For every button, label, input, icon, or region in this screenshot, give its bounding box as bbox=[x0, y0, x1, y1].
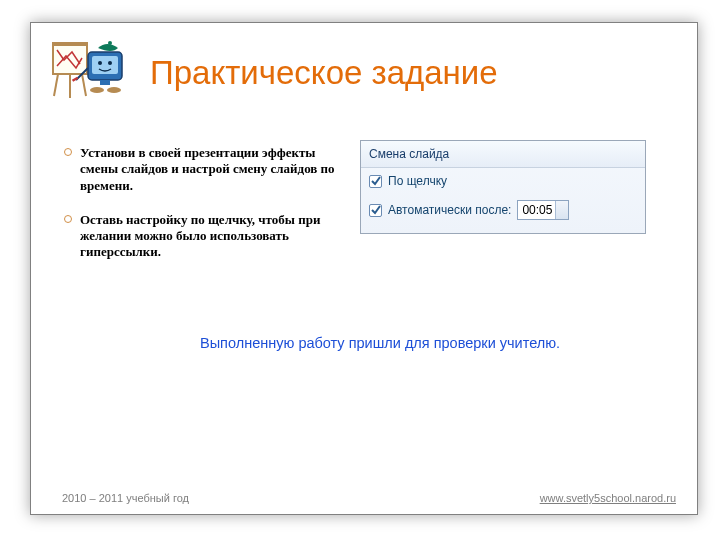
slide-transition-panel: Смена слайда По щелчку Автоматически пос… bbox=[360, 140, 646, 234]
svg-point-11 bbox=[90, 87, 104, 93]
option-on-click-label: По щелчку bbox=[388, 174, 447, 188]
svg-line-3 bbox=[82, 74, 86, 96]
bullet-icon bbox=[64, 148, 72, 156]
slide-header: Практическое задание bbox=[52, 38, 680, 108]
svg-point-8 bbox=[108, 61, 112, 65]
option-on-click-row: По щелчку bbox=[361, 168, 645, 194]
footer-url: www.svetly5school.narod.ru bbox=[540, 492, 676, 504]
panel-title: Смена слайда bbox=[361, 141, 645, 168]
submit-instruction: Выполненную работу пришли для проверки у… bbox=[200, 335, 680, 351]
bullet-icon bbox=[64, 215, 72, 223]
svg-rect-1 bbox=[52, 42, 88, 46]
bullet-list: Установи в своей презентации эффекты сме… bbox=[64, 145, 344, 279]
svg-rect-14 bbox=[72, 77, 78, 82]
time-spinner[interactable]: 00:05 bbox=[517, 200, 569, 220]
footer-year: 2010 – 2011 учебный год bbox=[62, 492, 189, 504]
svg-point-7 bbox=[98, 61, 102, 65]
option-auto-after-label: Автоматически после: bbox=[388, 203, 511, 217]
svg-point-9 bbox=[108, 41, 112, 45]
svg-rect-10 bbox=[100, 80, 110, 85]
time-value: 00:05 bbox=[522, 203, 552, 217]
clipart-monitor-easel bbox=[52, 38, 132, 108]
bullet-item: Установи в своей презентации эффекты сме… bbox=[64, 145, 344, 194]
slide-title: Практическое задание bbox=[150, 54, 498, 92]
checkbox-on-click[interactable] bbox=[369, 175, 382, 188]
option-auto-after-row: Автоматически после: 00:05 bbox=[361, 194, 645, 226]
bullet-text: Установи в своей презентации эффекты сме… bbox=[80, 145, 344, 194]
svg-line-2 bbox=[54, 74, 58, 96]
bullet-item: Оставь настройку по щелчку, чтобы при же… bbox=[64, 212, 344, 261]
checkbox-auto-after[interactable] bbox=[369, 204, 382, 217]
bullet-text: Оставь настройку по щелчку, чтобы при же… bbox=[80, 212, 344, 261]
svg-point-12 bbox=[107, 87, 121, 93]
